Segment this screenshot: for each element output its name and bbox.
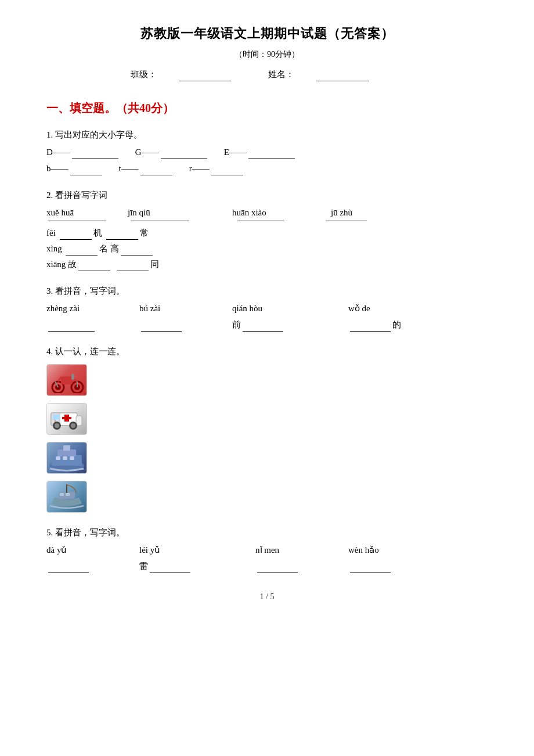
q4-ship-image bbox=[46, 442, 87, 474]
q4-ambulance-image: 十 bbox=[46, 403, 87, 435]
q1-r: r—— bbox=[189, 161, 245, 175]
q4-label: 4. 认一认，连一连。 bbox=[46, 344, 488, 358]
q2-a1[interactable] bbox=[48, 221, 106, 221]
svg-rect-16 bbox=[53, 415, 60, 420]
q5-answer-row: 雷 bbox=[46, 559, 488, 573]
q1-e: E—— bbox=[224, 145, 297, 159]
q5-a2[interactable] bbox=[150, 573, 190, 573]
q3-a3-wrapper: 前 bbox=[232, 318, 348, 332]
q3-a4[interactable] bbox=[350, 331, 391, 332]
ambulance-svg: 十 bbox=[48, 404, 86, 433]
svg-rect-9 bbox=[62, 417, 71, 419]
q1-d: D—— bbox=[46, 145, 120, 159]
q5-label: 5. 看拼音，写字词。 bbox=[46, 525, 488, 539]
page-container: 苏教版一年级语文上期期中试题（无答案） （时间：90分钟） 班级： 姓名： 一、… bbox=[46, 23, 488, 573]
svg-rect-4 bbox=[61, 377, 73, 384]
q5-p1: dà yǔ bbox=[46, 543, 139, 557]
q1-r-answer[interactable] bbox=[211, 175, 243, 175]
name-underline[interactable] bbox=[316, 81, 369, 81]
q2-p2: jīn qiū bbox=[128, 206, 186, 219]
q2-p3: huān xiào bbox=[232, 206, 290, 219]
q1-g-answer[interactable] bbox=[161, 159, 207, 159]
q3-a2[interactable] bbox=[141, 318, 182, 332]
section1-title: 一、填空题。（共40分） bbox=[46, 99, 488, 117]
q2-r3-blank1[interactable] bbox=[66, 255, 98, 255]
q4-motorcycle-image bbox=[46, 364, 87, 396]
q4-images: 十 bbox=[46, 364, 488, 513]
q1-row1: D—— G—— E—— bbox=[46, 145, 488, 159]
q2-row4: xiāng 故 同 bbox=[46, 257, 488, 271]
q5-p4: wèn hǎo bbox=[348, 543, 441, 557]
q2-a2[interactable] bbox=[131, 221, 189, 221]
svg-rect-22 bbox=[63, 456, 67, 460]
q1-d-answer[interactable] bbox=[72, 159, 118, 159]
q2-label: 2. 看拼音写字词 bbox=[46, 188, 488, 202]
q2-a4[interactable] bbox=[326, 221, 367, 221]
q1-row2: b—— t—— r—— bbox=[46, 161, 488, 175]
q4-item-3 bbox=[46, 442, 488, 474]
q5-a1[interactable] bbox=[48, 559, 89, 573]
question-2: 2. 看拼音写字词 xuě huā jīn qiū huān xiào jū z… bbox=[46, 188, 488, 271]
svg-rect-27 bbox=[66, 493, 70, 496]
q1-e-answer[interactable] bbox=[248, 159, 295, 159]
class-underline[interactable] bbox=[179, 81, 231, 81]
q3-answer-row: 前 的 bbox=[46, 318, 488, 332]
q2-r2-blank1[interactable] bbox=[60, 239, 92, 240]
q1-b-answer[interactable] bbox=[70, 175, 102, 175]
q1-g: G—— bbox=[135, 145, 209, 159]
q2-p4: jū zhù bbox=[331, 206, 377, 219]
q2-row3: xìng 名 高 bbox=[46, 242, 488, 255]
svg-point-13 bbox=[55, 423, 59, 428]
q5-pinyin-row: dà yǔ léi yǔ nǐ men wèn hǎo bbox=[46, 543, 488, 557]
q3-pinyin-row: zhèng zài bú zài qián hòu wǒ de bbox=[46, 301, 488, 315]
svg-rect-20 bbox=[63, 445, 70, 451]
q5-a2-wrapper: 雷 bbox=[139, 559, 255, 573]
q4-item-2: 十 bbox=[46, 403, 488, 435]
svg-rect-21 bbox=[56, 456, 60, 460]
page-footer: 1 / 5 bbox=[46, 591, 488, 603]
q5-p2: léi yǔ bbox=[139, 543, 255, 557]
ship-svg bbox=[47, 442, 86, 473]
q5-a3[interactable] bbox=[257, 559, 298, 573]
class-line: 班级： 姓名： bbox=[46, 67, 488, 81]
page-title: 苏教版一年级语文上期期中试题（无答案） bbox=[46, 23, 488, 44]
name-label: 姓名： bbox=[268, 67, 386, 81]
svg-rect-23 bbox=[70, 456, 74, 460]
class-label: 班级： bbox=[131, 67, 248, 81]
q1-t: t—— bbox=[119, 161, 174, 175]
question-4: 4. 认一认，连一连。 bbox=[46, 344, 488, 513]
q4-item-4 bbox=[46, 481, 488, 513]
q1-label: 1. 写出对应的大小字母。 bbox=[46, 128, 488, 142]
q5-p3: nǐ men bbox=[255, 543, 348, 557]
q2-pinyin-row1: xuě huā jīn qiū huān xiào jū zhù bbox=[46, 206, 488, 219]
q5-a4[interactable] bbox=[350, 559, 391, 573]
q3-p3: qián hòu bbox=[232, 301, 348, 315]
q3-a3[interactable] bbox=[243, 331, 283, 332]
subtitle: （时间：90分钟） bbox=[46, 48, 488, 61]
q2-r4-blank1[interactable] bbox=[78, 271, 110, 271]
motorcycle-svg bbox=[49, 367, 84, 393]
q2-row2: fēi 机 常 bbox=[46, 226, 488, 240]
question-3: 3. 看拼音，写字词。 zhèng zài bú zài qián hòu wǒ… bbox=[46, 284, 488, 332]
q3-a1[interactable] bbox=[48, 318, 95, 332]
q1-t-answer[interactable] bbox=[140, 175, 172, 175]
q3-p1: zhèng zài bbox=[46, 301, 139, 315]
q3-label: 3. 看拼音，写字词。 bbox=[46, 284, 488, 298]
q2-p1: xuě huā bbox=[46, 206, 104, 219]
q2-a3[interactable] bbox=[237, 221, 284, 221]
q4-fishing-image bbox=[46, 481, 87, 513]
q3-p2: bú zài bbox=[139, 301, 232, 315]
svg-rect-26 bbox=[60, 493, 64, 496]
page-number: 1 / 5 bbox=[260, 592, 275, 601]
question-1: 1. 写出对应的大小字母。 D—— G—— E—— b—— t—— r—— bbox=[46, 128, 488, 175]
q2-answer-row1 bbox=[46, 221, 488, 221]
q1-b: b—— bbox=[46, 161, 104, 175]
fishing-svg bbox=[47, 481, 86, 512]
q2-r4-blank2[interactable] bbox=[117, 271, 149, 271]
svg-rect-5 bbox=[71, 374, 74, 380]
q2-r3-blank2[interactable] bbox=[121, 255, 153, 255]
q2-r2-blank2[interactable] bbox=[106, 239, 138, 240]
question-5: 5. 看拼音，写字词。 dà yǔ léi yǔ nǐ men wèn hǎo … bbox=[46, 525, 488, 573]
svg-point-15 bbox=[71, 423, 75, 428]
q3-p4: wǒ de bbox=[348, 301, 464, 315]
